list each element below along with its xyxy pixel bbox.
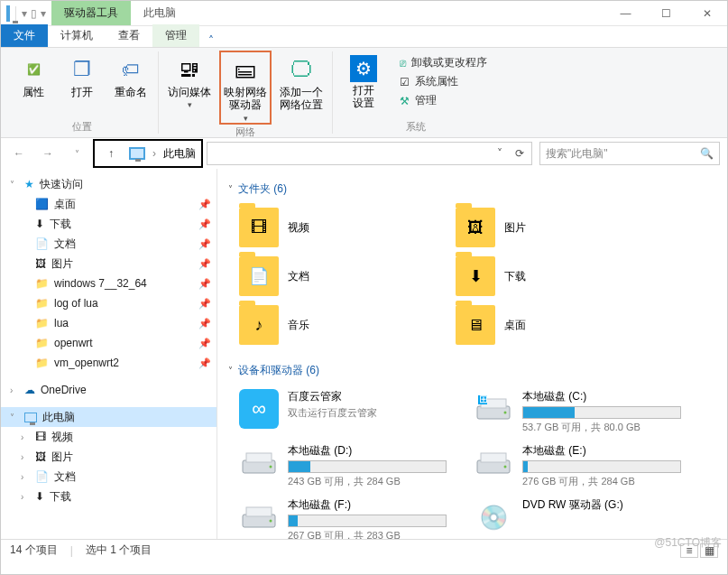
qat-overflow-icon[interactable]: ▾: [41, 7, 46, 20]
sidebar-item[interactable]: 📁vm_openwrt2📌: [1, 353, 217, 373]
sidebar-item[interactable]: ›🖼图片: [1, 447, 217, 467]
manage-button[interactable]: ⚒管理: [400, 93, 487, 108]
titlebar: ▾ ▯ ▾ 驱动器工具 此电脑 ― ☐ ✕: [1, 1, 727, 26]
ribbon-group-network: 🖳访问媒体▾ 🖴映射网络 驱动器▾ 🖵添加一个 网络位置 网络: [159, 51, 333, 134]
svg-rect-9: [481, 453, 506, 462]
rename-button[interactable]: 🏷重命名: [109, 51, 152, 118]
sidebar-quick-access[interactable]: ˅★快速访问: [1, 174, 217, 194]
folder-item[interactable]: 📄文档: [239, 256, 419, 296]
sidebar-item[interactable]: 🖼图片📌: [1, 254, 217, 274]
sidebar-onedrive[interactable]: ›☁OneDrive: [1, 380, 217, 400]
sidebar-item[interactable]: ›🎞视频: [1, 427, 217, 447]
open-button[interactable]: ❐打开: [60, 51, 104, 118]
contextual-tab-header: 驱动器工具: [51, 1, 131, 25]
tab-computer[interactable]: 计算机: [48, 24, 106, 47]
svg-point-4: [504, 412, 507, 414]
sidebar-item[interactable]: 📁windows 7__32_64📌: [1, 274, 217, 293]
search-input[interactable]: 搜索"此电脑" 🔍: [539, 142, 720, 165]
folder-item[interactable]: 🖥桌面: [456, 305, 636, 345]
pin-icon: 📌: [198, 199, 211, 210]
qat-dropdown-icon[interactable]: ▾: [22, 7, 27, 20]
ribbon-group-system: ⚙打开 设置 ⎚卸载或更改程序 ☑系统属性 ⚒管理 系统: [333, 51, 498, 134]
folder-icon: 🟦: [35, 198, 49, 210]
folder-icon: 🖼: [35, 257, 46, 270]
drive-icon: ⊞: [474, 389, 513, 429]
tab-file[interactable]: 文件: [1, 24, 48, 47]
folder-icon: 🖼: [35, 450, 46, 463]
pin-icon: 📌: [198, 357, 211, 369]
folder-icon: ⬇: [35, 218, 44, 230]
sidebar-item[interactable]: ⬇下载📌: [1, 214, 217, 234]
sidebar-item[interactable]: 📁openwrt📌: [1, 333, 217, 353]
folder-icon: 📁: [35, 277, 49, 290]
folder-icon: ⬇: [35, 490, 44, 503]
drive-item[interactable]: 本地磁盘 (D:)243 GB 可用，共 284 GB: [239, 443, 447, 488]
sidebar-item[interactable]: 📁log of lua📌: [1, 293, 217, 313]
folder-item[interactable]: ♪音乐: [239, 305, 419, 345]
svg-point-10: [504, 466, 507, 468]
drive-item[interactable]: 本地磁盘 (E:)276 GB 可用，共 284 GB: [474, 443, 681, 488]
sidebar-item[interactable]: 🟦桌面📌: [1, 194, 217, 214]
path-dropdown-icon[interactable]: ˅: [493, 147, 506, 160]
drive-item[interactable]: ⊞本地磁盘 (C:)53.7 GB 可用，共 80.0 GB: [474, 389, 681, 434]
app-icon: [6, 7, 10, 20]
folder-icon: 🖼: [456, 208, 495, 247]
pin-icon: 📌: [198, 278, 211, 290]
drive-item-baidu[interactable]: ∞百度云管家双击运行百度云管家: [239, 389, 447, 434]
path-box[interactable]: ˅ ⟳: [207, 142, 532, 165]
folder-icon: 📁: [35, 357, 49, 369]
folder-item[interactable]: ⬇下载: [456, 256, 636, 296]
back-button[interactable]: ←: [8, 143, 30, 164]
close-button[interactable]: ✕: [687, 1, 727, 26]
sidebar-item[interactable]: 📁lua📌: [1, 313, 217, 333]
refresh-icon[interactable]: ⟳: [511, 147, 528, 160]
pin-icon: 📌: [198, 318, 211, 329]
access-media-button[interactable]: 🖳访问媒体▾: [164, 51, 215, 124]
pin-icon: 📌: [198, 338, 211, 349]
map-network-drive-button[interactable]: 🖴映射网络 驱动器▾: [220, 51, 271, 124]
folder-item[interactable]: 🎞视频: [239, 208, 419, 247]
maximize-button[interactable]: ☐: [646, 1, 687, 26]
up-button[interactable]: ↑: [100, 143, 122, 164]
ribbon-group-location: ✅属性 ❐打开 🏷重命名 位置: [6, 51, 159, 134]
sidebar-thispc[interactable]: ˅此电脑: [1, 407, 217, 427]
tab-manage[interactable]: 管理: [152, 24, 199, 47]
drive-icon: [474, 443, 513, 483]
folder-icon: 📄: [239, 256, 279, 296]
sidebar-item[interactable]: ›📄文档: [1, 467, 217, 487]
svg-rect-12: [246, 507, 272, 516]
drive-icon: [239, 497, 279, 537]
open-settings-button[interactable]: ⚙打开 设置: [338, 51, 389, 118]
drive-item[interactable]: 💿DVD RW 驱动器 (G:): [474, 497, 681, 539]
properties-button[interactable]: ✅属性: [12, 51, 55, 118]
content-area: ˅文件夹 (6) 🎞视频🖼图片📄文档⬇下载♪音乐🖥桌面 ˅设备和驱动器 (6) …: [217, 169, 727, 539]
window-title: 此电脑: [131, 1, 189, 25]
uninstall-programs-button[interactable]: ⎚卸载或更改程序: [400, 55, 487, 70]
sidebar-item[interactable]: 📄文档📌: [1, 234, 217, 254]
system-properties-button[interactable]: ☑系统属性: [400, 74, 487, 89]
svg-point-13: [270, 520, 272, 523]
status-bar: 14 个项目 | 选中 1 个项目 ≡ ▦: [1, 539, 727, 561]
pin-icon: 📌: [198, 258, 211, 270]
drive-item[interactable]: 本地磁盘 (F:)267 GB 可用，共 283 GB: [239, 497, 447, 539]
qat-item[interactable]: ▯: [31, 7, 37, 20]
uninstall-icon: ⎚: [400, 57, 406, 70]
search-icon: 🔍: [700, 147, 714, 160]
manage-icon: ⚒: [400, 95, 410, 107]
folders-section-header[interactable]: ˅文件夹 (6): [228, 176, 716, 202]
folder-item[interactable]: 🖼图片: [456, 208, 636, 247]
ribbon-collapse-icon[interactable]: ˄: [199, 34, 223, 47]
tab-view[interactable]: 查看: [106, 24, 152, 47]
minimize-button[interactable]: ―: [605, 1, 646, 26]
recent-locations-icon[interactable]: ˅: [66, 143, 88, 164]
folder-icon: ⬇: [456, 256, 495, 296]
forward-button[interactable]: →: [37, 143, 59, 164]
ribbon-tabs: 文件 计算机 查看 管理 ˄: [1, 26, 727, 48]
item-count: 14 个项目: [10, 543, 58, 558]
drives-section-header[interactable]: ˅设备和驱动器 (6): [228, 357, 716, 384]
add-network-location-button[interactable]: 🖵添加一个 网络位置: [276, 51, 327, 124]
folder-icon: 📄: [35, 470, 49, 483]
breadcrumb[interactable]: 此电脑: [163, 146, 196, 162]
sidebar-item[interactable]: ›⬇下载: [1, 487, 217, 506]
folder-icon: 🎞: [239, 208, 279, 247]
